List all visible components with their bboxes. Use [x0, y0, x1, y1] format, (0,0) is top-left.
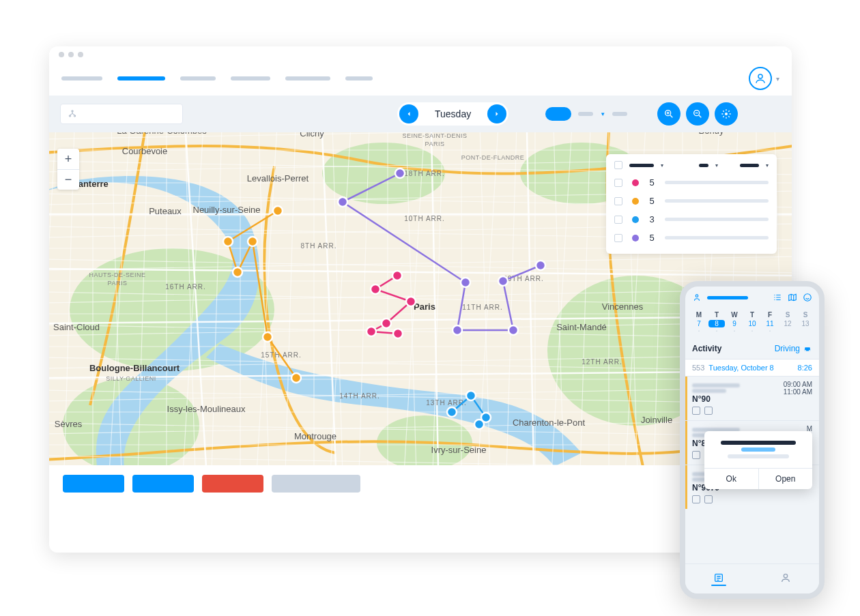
- bottom-action-button[interactable]: [63, 475, 124, 493]
- activity-mode-bar: Activity Driving: [685, 338, 819, 360]
- prev-day-button[interactable]: [399, 104, 418, 123]
- route-stop[interactable]: [223, 237, 233, 246]
- task-card[interactable]: 09:00 AM11:00 AM N°90: [685, 376, 819, 420]
- window-chrome: [49, 46, 792, 61]
- route-stop[interactable]: [248, 237, 257, 246]
- calendar-icon: [692, 495, 700, 503]
- bottom-action-button[interactable]: [272, 475, 360, 493]
- legend-checkbox[interactable]: [614, 216, 622, 224]
- calendar-day[interactable]: 11: [762, 320, 778, 327]
- nav-item-3[interactable]: [180, 76, 216, 80]
- route-stop[interactable]: [291, 373, 301, 383]
- bottom-action-button[interactable]: [132, 475, 194, 493]
- legend-checkbox[interactable]: [614, 197, 622, 205]
- route-stop[interactable]: [406, 297, 416, 306]
- legend-select-all-checkbox[interactable]: [614, 161, 622, 169]
- map-zoom-in[interactable]: +: [57, 149, 79, 169]
- date-text: Tuesday, October 8: [708, 364, 773, 372]
- segment-option[interactable]: [578, 112, 593, 116]
- segment-option[interactable]: [612, 112, 627, 116]
- popup-open-button[interactable]: Open: [758, 469, 813, 489]
- route-stop[interactable]: [233, 267, 242, 277]
- route-stop[interactable]: [508, 325, 518, 335]
- route-stop[interactable]: [474, 420, 484, 429]
- nav-item-5[interactable]: [285, 76, 330, 80]
- route-stop[interactable]: [367, 327, 376, 336]
- route-stop[interactable]: [466, 391, 476, 400]
- legend-checkbox[interactable]: [614, 234, 622, 242]
- nav-item-1[interactable]: [61, 76, 102, 80]
- popup-ok-button[interactable]: Ok: [704, 469, 758, 489]
- district-label: 11TH ARR.: [462, 304, 503, 311]
- route-stop[interactable]: [338, 197, 347, 207]
- route-stop[interactable]: [536, 261, 545, 270]
- district-label: 16TH ARR.: [165, 283, 206, 291]
- route-stop[interactable]: [392, 271, 402, 280]
- settings-button[interactable]: [715, 102, 738, 126]
- window-dot: [59, 52, 64, 57]
- route-stop[interactable]: [498, 276, 508, 286]
- route-stop[interactable]: [263, 332, 272, 342]
- route-stop[interactable]: [447, 407, 457, 417]
- legend-count: 5: [648, 196, 655, 206]
- segment-active[interactable]: [545, 107, 571, 121]
- org-tree-icon: [68, 109, 77, 119]
- search-input[interactable]: [60, 104, 183, 124]
- list-icon[interactable]: [773, 293, 782, 302]
- calendar-day[interactable]: 7: [691, 320, 707, 327]
- tab-profile[interactable]: [752, 564, 819, 593]
- route-stop[interactable]: [461, 278, 470, 287]
- bottom-action-button[interactable]: [202, 475, 263, 493]
- nav-item-2-active[interactable]: [117, 76, 165, 80]
- legend-row: 5: [614, 173, 769, 192]
- region-label: PARIS: [108, 280, 128, 287]
- popup-title: [721, 441, 796, 445]
- legend-column: [699, 164, 708, 167]
- map-zoom-out[interactable]: −: [57, 169, 79, 190]
- calendar-day-indicator: •: [762, 329, 778, 333]
- chevron-down-icon: ▼: [600, 111, 605, 117]
- top-navigation: ▾: [49, 61, 792, 96]
- calendar-day[interactable]: 8: [708, 320, 725, 327]
- mode-label: Driving: [775, 344, 800, 353]
- route-stop[interactable]: [273, 206, 283, 216]
- region-label: SEINE-SAINT-DENIS: [402, 132, 467, 139]
- route-stop[interactable]: [382, 319, 391, 328]
- smile-icon[interactable]: [803, 293, 812, 302]
- calendar-day[interactable]: 9: [726, 320, 743, 327]
- car-icon: [803, 344, 812, 353]
- calendar-day[interactable]: 10: [744, 320, 760, 327]
- legend-bar: [665, 236, 769, 239]
- route-stop[interactable]: [395, 168, 405, 178]
- mode-selector[interactable]: Driving: [775, 344, 812, 353]
- calendar-day-indicator: [797, 329, 814, 333]
- nav-item-6[interactable]: [345, 76, 373, 80]
- legend-row: 3: [614, 210, 769, 229]
- legend-color-dot: [632, 198, 639, 205]
- nav-item-4[interactable]: [231, 76, 270, 80]
- zoom-in-button[interactable]: [657, 102, 680, 126]
- legend-checkbox[interactable]: [614, 179, 622, 187]
- week-calendar: MTWTFSS 78910111213 •••••: [685, 308, 819, 338]
- legend-row: 5: [614, 229, 769, 247]
- user-pin-icon: [692, 293, 702, 302]
- next-day-button[interactable]: [487, 104, 506, 123]
- popup-detail: [728, 454, 789, 458]
- tab-agenda[interactable]: [685, 564, 752, 593]
- user-menu[interactable]: ▾: [749, 67, 779, 90]
- calendar-day[interactable]: 13: [797, 320, 814, 327]
- svg-point-0: [758, 74, 762, 78]
- route-stop[interactable]: [371, 284, 380, 294]
- route-stop[interactable]: [453, 325, 462, 335]
- map-icon[interactable]: [788, 293, 797, 302]
- svg-point-17: [784, 574, 787, 577]
- calendar-day-indicator: •: [691, 329, 707, 333]
- gear-icon: [721, 108, 732, 119]
- route-stop[interactable]: [393, 329, 403, 338]
- search-minus-icon: [692, 108, 703, 119]
- zoom-out-button[interactable]: [686, 102, 709, 126]
- legend-color-dot: [632, 235, 639, 241]
- calendar-day[interactable]: 12: [779, 320, 796, 327]
- region-label: PARIS: [425, 141, 445, 147]
- svg-point-2: [69, 115, 70, 117]
